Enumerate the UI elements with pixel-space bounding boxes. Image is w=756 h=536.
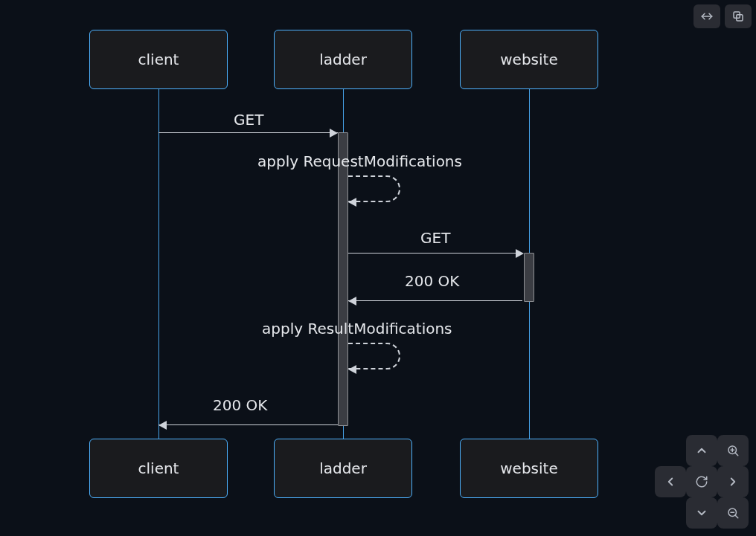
- zoom-in-icon: [726, 444, 740, 457]
- participant-label: ladder: [319, 459, 367, 477]
- participant-ladder-bottom: ladder: [274, 439, 412, 498]
- msg-label-get-2: GET: [420, 229, 450, 247]
- arrowhead-icon: [348, 297, 356, 306]
- navigation-pad: [655, 435, 749, 529]
- fit-width-icon: [700, 10, 714, 23]
- arrowhead-icon: [348, 198, 356, 207]
- copy-icon: [731, 10, 745, 23]
- chevron-right-icon: [726, 475, 740, 488]
- zoom-out-button[interactable]: [717, 497, 749, 529]
- arrowhead-icon: [348, 365, 356, 374]
- msg-arrow-200-1: [348, 300, 522, 301]
- msg-label-200-1: 200 OK: [405, 272, 459, 290]
- pan-down-button[interactable]: [686, 497, 717, 529]
- participant-ladder-top: ladder: [274, 30, 412, 89]
- reset-icon: [695, 475, 708, 488]
- arrowhead-icon: [516, 249, 524, 258]
- arrowhead-icon: [158, 421, 167, 430]
- msg-label-get-1: GET: [234, 111, 263, 129]
- activation-website: [524, 253, 534, 302]
- chevron-up-icon: [695, 444, 708, 457]
- chevron-left-icon: [664, 475, 677, 488]
- participant-client-bottom: client: [89, 439, 228, 498]
- msg-arrow-get-2: [348, 253, 522, 254]
- participant-client-top: client: [89, 30, 228, 89]
- msg-label-apply-req: apply RequestModifications: [257, 152, 462, 170]
- participant-label: client: [138, 459, 179, 477]
- pan-right-button[interactable]: [717, 466, 749, 497]
- pan-left-button[interactable]: [655, 466, 686, 497]
- msg-label-200-2: 200 OK: [213, 396, 267, 414]
- svg-line-8: [735, 515, 738, 518]
- reset-view-button[interactable]: [686, 466, 717, 497]
- participant-website-top: website: [460, 30, 598, 89]
- participant-label: client: [138, 51, 179, 68]
- arrowhead-icon: [330, 129, 338, 138]
- zoom-out-icon: [726, 506, 740, 520]
- msg-label-apply-res: apply ResultModifications: [262, 320, 452, 338]
- participant-website-bottom: website: [460, 439, 598, 498]
- toolbar-top: [693, 4, 752, 28]
- participant-label: website: [500, 51, 557, 68]
- msg-arrow-200-2: [158, 424, 338, 425]
- activation-ladder: [338, 132, 348, 426]
- fit-width-button[interactable]: [693, 4, 720, 28]
- lifeline-client: [158, 89, 159, 440]
- chevron-down-icon: [695, 506, 708, 520]
- participant-label: ladder: [319, 51, 367, 68]
- participant-label: website: [500, 459, 557, 477]
- zoom-in-button[interactable]: [717, 435, 749, 466]
- svg-line-4: [735, 453, 738, 456]
- pan-up-button[interactable]: [686, 435, 717, 466]
- sequence-diagram-canvas[interactable]: client ladder website GET apply RequestM…: [0, 0, 756, 536]
- copy-button[interactable]: [725, 4, 752, 28]
- msg-arrow-get-1: [158, 132, 338, 133]
